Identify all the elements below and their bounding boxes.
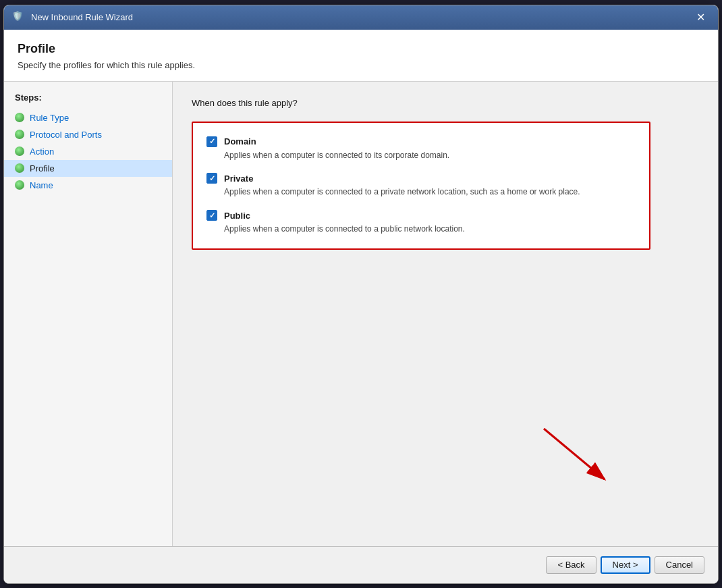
main-body: Steps: Rule Type Protocol and Ports Acti… <box>4 82 718 546</box>
title-bar: 🛡️ New Inbound Rule Wizard ✕ <box>4 5 718 30</box>
step-dot-rule-type <box>15 113 24 122</box>
public-label: Public <box>224 211 250 221</box>
public-checkbox[interactable] <box>206 210 217 221</box>
page-title: Profile <box>18 42 704 56</box>
domain-description: Applies when a computer is connected to … <box>206 150 636 161</box>
cancel-button[interactable]: Cancel <box>655 556 704 574</box>
sidebar-item-rule-type[interactable]: Rule Type <box>4 109 172 126</box>
sidebar-label-name: Name <box>30 180 53 190</box>
sidebar-label-rule-type: Rule Type <box>30 113 69 123</box>
annotation-arrow <box>537 422 618 489</box>
close-button[interactable]: ✕ <box>691 8 710 27</box>
public-header: Public <box>206 210 636 221</box>
arrow-annotation-area <box>192 250 699 530</box>
dialog-content: Profile Specify the profiles for which t… <box>4 30 718 583</box>
sidebar-item-profile[interactable]: Profile <box>4 160 172 177</box>
domain-option: Domain Applies when a computer is connec… <box>206 136 636 161</box>
step-dot-name <box>15 180 24 190</box>
header-section: Profile Specify the profiles for which t… <box>4 30 718 82</box>
step-dot-protocol-ports <box>15 130 24 139</box>
private-checkbox[interactable] <box>206 173 217 184</box>
sidebar-item-action[interactable]: Action <box>4 143 172 160</box>
sidebar-label-protocol-ports: Protocol and Ports <box>30 130 102 140</box>
sidebar-label-profile: Profile <box>30 163 55 173</box>
profile-options-box: Domain Applies when a computer is connec… <box>192 122 650 250</box>
window-icon: 🛡️ <box>12 11 26 24</box>
sidebar-item-protocol-ports[interactable]: Protocol and Ports <box>4 126 172 143</box>
question-text: When does this rule apply? <box>192 98 699 108</box>
window-title: New Inbound Rule Wizard <box>31 12 691 22</box>
private-option: Private Applies when a computer is conne… <box>206 173 636 198</box>
page-subtitle: Specify the profiles for which this rule… <box>18 60 704 70</box>
next-button[interactable]: Next > <box>601 556 650 574</box>
domain-checkbox[interactable] <box>206 136 217 147</box>
sidebar-label-action: Action <box>30 146 54 157</box>
private-label: Private <box>224 173 253 184</box>
private-header: Private <box>206 173 636 184</box>
private-description: Applies when a computer is connected to … <box>206 186 636 198</box>
step-dot-action <box>15 146 24 156</box>
step-dot-profile <box>15 163 24 173</box>
domain-label: Domain <box>224 136 256 146</box>
svg-line-1 <box>544 429 605 479</box>
right-panel: When does this rule apply? Domain Applie… <box>173 82 718 546</box>
back-button[interactable]: < Back <box>546 556 596 574</box>
sidebar: Steps: Rule Type Protocol and Ports Acti… <box>4 82 173 546</box>
dialog-window: 🛡️ New Inbound Rule Wizard ✕ Profile Spe… <box>3 5 719 584</box>
footer: < Back Next > Cancel <box>4 546 718 583</box>
sidebar-item-name[interactable]: Name <box>4 177 172 194</box>
domain-header: Domain <box>206 136 636 147</box>
public-option: Public Applies when a computer is connec… <box>206 210 636 235</box>
steps-label: Steps: <box>4 92 172 109</box>
public-description: Applies when a computer is connected to … <box>206 223 636 235</box>
